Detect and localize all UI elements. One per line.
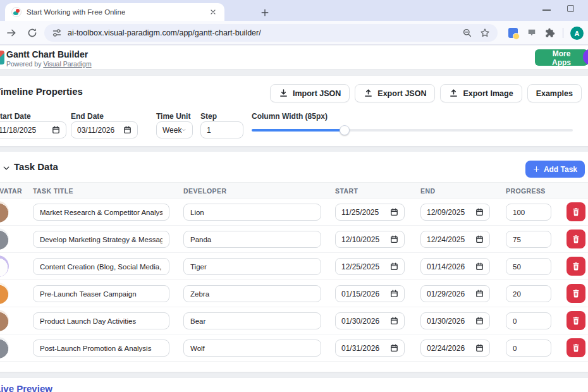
- calendar-icon[interactable]: [390, 235, 398, 243]
- developer-input[interactable]: [183, 340, 321, 357]
- url-bar[interactable]: ai-toolbox.visual-paradigm.com/app/gantt…: [44, 24, 498, 42]
- developer-input[interactable]: [183, 285, 321, 302]
- step-input[interactable]: [207, 126, 232, 135]
- browser-tab[interactable]: Start Working with Free Online: [5, 3, 224, 21]
- end-date-value[interactable]: [427, 290, 471, 298]
- profile-avatar[interactable]: A: [570, 27, 584, 40]
- tab-close-icon[interactable]: [208, 7, 218, 17]
- end-date-value[interactable]: [427, 235, 471, 244]
- end-date-input[interactable]: [420, 204, 490, 221]
- task-title-input[interactable]: [33, 231, 169, 248]
- task-title-input[interactable]: [33, 258, 169, 275]
- reload-button[interactable]: [27, 27, 38, 39]
- calendar-icon[interactable]: [390, 262, 398, 271]
- delete-task-button[interactable]: [567, 311, 585, 330]
- delete-task-button[interactable]: [567, 284, 585, 303]
- start-date-input[interactable]: [335, 285, 405, 302]
- calendar-icon[interactable]: [475, 262, 484, 271]
- progress-input[interactable]: [506, 258, 551, 275]
- flag-extension-icon[interactable]: [527, 28, 536, 37]
- task-title-input[interactable]: [33, 204, 169, 221]
- window-minimize-button[interactable]: [542, 9, 551, 11]
- start-date-value[interactable]: [341, 344, 386, 353]
- developer-input[interactable]: [183, 258, 321, 275]
- start-date-input[interactable]: [335, 340, 405, 357]
- start-date-value[interactable]: [341, 235, 386, 244]
- calendar-icon[interactable]: [390, 208, 398, 216]
- calendar-icon[interactable]: [475, 235, 484, 243]
- task-title-input[interactable]: [33, 285, 169, 302]
- step-input-box[interactable]: [200, 121, 243, 138]
- end-date-input[interactable]: [420, 340, 490, 357]
- time-unit-select[interactable]: Week: [156, 121, 193, 138]
- zoom-out-icon[interactable]: [462, 28, 472, 38]
- start-date-input[interactable]: [335, 258, 405, 275]
- start-date-value[interactable]: [0, 126, 43, 135]
- end-date-input[interactable]: [420, 258, 490, 275]
- avatar: [0, 228, 9, 250]
- column-width-slider[interactable]: [252, 121, 573, 138]
- start-date-input[interactable]: [335, 312, 405, 329]
- progress-input[interactable]: [506, 340, 551, 357]
- calendar-icon[interactable]: [123, 126, 132, 134]
- timeline-start-date-input[interactable]: [0, 121, 66, 138]
- visual-paradigm-link[interactable]: Visual Paradigm: [43, 60, 91, 68]
- add-task-button[interactable]: Add Task: [525, 161, 585, 178]
- browser-tab-strip: Start Working with Free Online: [0, 0, 588, 21]
- start-date-input[interactable]: [335, 204, 405, 221]
- site-settings-icon[interactable]: [52, 28, 62, 38]
- examples-button[interactable]: Examples: [527, 84, 582, 102]
- end-date-value[interactable]: [427, 344, 471, 353]
- progress-input[interactable]: [506, 231, 551, 248]
- end-date-value[interactable]: [427, 208, 471, 217]
- end-date-value[interactable]: [427, 262, 471, 271]
- more-apps-button[interactable]: More Apps: [535, 49, 588, 66]
- calendar-icon[interactable]: [475, 317, 484, 325]
- translate-extension-icon[interactable]: [508, 28, 518, 38]
- calendar-icon[interactable]: [390, 290, 398, 298]
- delete-task-button[interactable]: [567, 230, 585, 248]
- export-json-button[interactable]: Export JSON: [355, 84, 435, 102]
- calendar-icon[interactable]: [475, 344, 484, 352]
- delete-task-button[interactable]: [567, 257, 585, 276]
- import-json-button[interactable]: Import JSON: [270, 84, 350, 102]
- calendar-icon[interactable]: [52, 126, 60, 134]
- powered-by: Powered by Visual Paradigm: [6, 60, 92, 68]
- end-date-value[interactable]: [427, 317, 471, 326]
- end-date-input[interactable]: [420, 231, 490, 248]
- bookmark-star-icon[interactable]: [480, 28, 490, 38]
- calendar-icon[interactable]: [390, 344, 398, 352]
- collapse-chevron-icon[interactable]: [3, 164, 10, 172]
- start-date-value[interactable]: [341, 290, 386, 298]
- window-maximize-button[interactable]: [567, 5, 574, 12]
- start-date-value[interactable]: [341, 208, 386, 217]
- end-date-input[interactable]: [420, 312, 490, 329]
- url-text[interactable]: ai-toolbox.visual-paradigm.com/app/gantt…: [68, 28, 261, 37]
- progress-input[interactable]: [506, 312, 551, 329]
- start-date-input[interactable]: [335, 231, 405, 248]
- developer-input[interactable]: [183, 312, 321, 329]
- developer-input[interactable]: [183, 231, 321, 248]
- delete-task-button[interactable]: [567, 202, 585, 221]
- toolbar-divider: [563, 28, 563, 38]
- developer-input[interactable]: [183, 204, 321, 221]
- task-title-input[interactable]: [33, 340, 169, 357]
- slider-thumb[interactable]: [340, 125, 350, 135]
- start-date-value[interactable]: [341, 317, 386, 326]
- column-width-label: Column Width (85px): [252, 112, 328, 121]
- calendar-icon[interactable]: [390, 317, 398, 325]
- progress-input[interactable]: [506, 204, 551, 221]
- calendar-icon[interactable]: [475, 208, 484, 216]
- calendar-icon[interactable]: [475, 290, 484, 298]
- task-title-input[interactable]: [33, 312, 169, 329]
- extensions-puzzle-icon[interactable]: [545, 28, 555, 38]
- end-date-value[interactable]: [77, 126, 121, 135]
- export-image-button[interactable]: Export Image: [440, 84, 522, 102]
- start-date-value[interactable]: [341, 262, 386, 271]
- delete-task-button[interactable]: [567, 338, 585, 357]
- progress-input[interactable]: [506, 285, 551, 302]
- new-tab-button[interactable]: [257, 5, 273, 20]
- timeline-end-date-input[interactable]: [71, 121, 138, 138]
- end-date-input[interactable]: [420, 285, 490, 302]
- forward-button[interactable]: [6, 27, 17, 39]
